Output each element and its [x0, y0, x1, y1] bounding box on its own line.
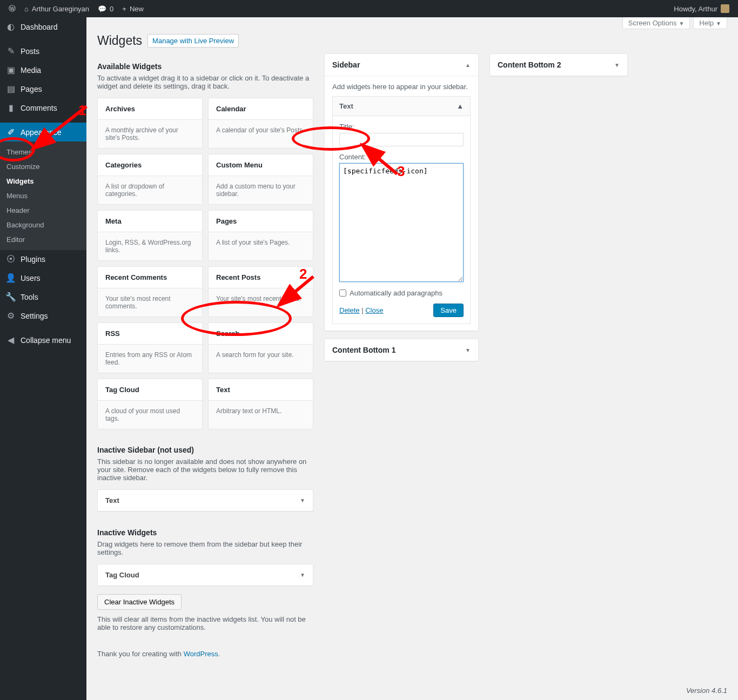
chevron-down-icon: ▼	[300, 497, 305, 503]
screen-options-button[interactable]: Screen Options▼	[622, 17, 690, 29]
submenu-background[interactable]: Background	[0, 218, 86, 232]
user-icon: 👤	[5, 273, 16, 283]
widget-name: Categories	[98, 154, 202, 176]
dashboard-icon: ◐	[5, 22, 16, 32]
auto-paragraphs-checkbox[interactable]	[339, 290, 346, 297]
wordpress-link[interactable]: WordPress	[184, 650, 218, 658]
sidebar-panel-desc: Add widgets here to appear in your sideb…	[332, 83, 468, 91]
menu-media[interactable]: ▣Media	[0, 60, 86, 79]
footer: Thank you for creating with WordPress.	[97, 639, 313, 658]
submenu-themes[interactable]: Themes	[0, 145, 86, 159]
comment-icon: ▮	[5, 103, 16, 113]
page-title: Widgets	[97, 33, 142, 48]
inactive-sidebar-heading: Inactive Sidebar (not used)	[97, 446, 313, 454]
appearance-submenu: Themes Customize Widgets Menus Header Ba…	[0, 142, 86, 250]
account-link[interactable]: Howdy, Arthur	[669, 0, 734, 17]
widget-desc: Your site's most recent comments.	[98, 288, 202, 317]
menu-plugins[interactable]: ⦿Plugins	[0, 250, 86, 268]
pin-icon: ✎	[5, 46, 16, 56]
content-textarea[interactable]	[339, 163, 464, 282]
plus-icon: +	[122, 5, 126, 13]
content-label: Content:	[339, 153, 464, 161]
widget-card[interactable]: MetaLogin, RSS, & WordPress.org links.	[97, 210, 203, 261]
widget-card[interactable]: SearchA search form for your site.	[208, 322, 313, 373]
content-bottom-2-head[interactable]: Content Bottom 2 ▼	[490, 54, 627, 76]
widget-desc: A search form for your site.	[209, 345, 313, 365]
available-widgets-desc: To activate a widget drag it to a sideba…	[97, 74, 313, 90]
close-link[interactable]: Close	[365, 306, 383, 314]
chevron-down-icon: ▼	[300, 572, 305, 578]
wp-logo[interactable]: Ⓦ	[4, 0, 20, 17]
submenu-editor[interactable]: Editor	[0, 232, 86, 247]
title-label: Title:	[339, 123, 464, 131]
save-button[interactable]: Save	[433, 304, 464, 317]
menu-users[interactable]: 👤Users	[0, 268, 86, 287]
live-preview-button[interactable]: Manage with Live Preview	[147, 34, 239, 48]
sidebar-panel: Sidebar ▲ Add widgets here to appear in …	[324, 53, 479, 331]
menu-appearance[interactable]: ✐Appearance	[0, 123, 86, 142]
submenu-widgets[interactable]: Widgets	[0, 174, 86, 189]
widget-name: Search	[209, 323, 313, 345]
widget-card[interactable]: ArchivesA monthly archive of your site's…	[97, 98, 203, 149]
widget-card[interactable]: Recent CommentsYour site's most recent c…	[97, 266, 203, 317]
admin-sidebar: ◐Dashboard ✎Posts ▣Media ▤Pages ▮Comment…	[0, 17, 86, 700]
menu-dashboard[interactable]: ◐Dashboard	[0, 17, 86, 36]
widget-desc: Entries from any RSS or Atom feed.	[98, 345, 202, 373]
widgets-grid: ArchivesA monthly archive of your site's…	[97, 98, 313, 429]
help-button[interactable]: Help▼	[693, 17, 727, 29]
submenu-customize[interactable]: Customize	[0, 159, 86, 174]
widget-desc: A monthly archive of your site's Posts.	[98, 120, 202, 148]
howdy-text: Howdy, Arthur	[674, 5, 717, 13]
widget-name: Text	[209, 379, 313, 401]
chevron-up-icon: ▲	[465, 62, 471, 68]
comment-icon: 💬	[98, 5, 106, 13]
submenu-header[interactable]: Header	[0, 203, 86, 218]
brush-icon: ✐	[5, 127, 16, 137]
title-input[interactable]	[339, 133, 464, 146]
menu-pages[interactable]: ▤Pages	[0, 79, 86, 98]
widget-card[interactable]: TextArbitrary text or HTML.	[208, 379, 313, 429]
submenu-menus[interactable]: Menus	[0, 189, 86, 203]
menu-comments[interactable]: ▮Comments	[0, 98, 86, 117]
widget-card[interactable]: RSSEntries from any RSS or Atom feed.	[97, 322, 203, 373]
new-link[interactable]: +New	[118, 0, 148, 17]
menu-collapse[interactable]: ◀Collapse menu	[0, 331, 86, 349]
text-widget: Text ▲ Title: Content: Automatical	[332, 96, 471, 324]
widget-card[interactable]: PagesA list of your site's Pages.	[208, 210, 313, 261]
chevron-up-icon: ▲	[457, 102, 464, 110]
comments-count: 0	[110, 5, 113, 13]
main-content: Screen Options▼ Help▼ Widgets Manage wit…	[86, 17, 738, 700]
site-link[interactable]: ⌂Arthur Gareginyan	[20, 0, 93, 17]
widget-card[interactable]: Tag CloudA cloud of your most used tags.	[97, 379, 203, 429]
widget-card[interactable]: Recent PostsYour site's most recent Post…	[208, 266, 313, 317]
admin-toolbar: Ⓦ ⌂Arthur Gareginyan 💬0 +New Howdy, Arth…	[0, 0, 738, 17]
menu-tools[interactable]: 🔧Tools	[0, 287, 86, 306]
inactive-widgets-desc: Drag widgets here to remove them from th…	[97, 540, 313, 556]
content-bottom-1-head[interactable]: Content Bottom 1 ▼	[325, 339, 478, 361]
sliders-icon: ⚙	[5, 311, 16, 321]
widget-card[interactable]: Custom MenuAdd a custom menu to your sid…	[208, 154, 313, 205]
clear-inactive-button[interactable]: Clear Inactive Widgets	[97, 594, 182, 610]
chevron-down-icon: ▼	[614, 62, 620, 68]
chevron-down-icon: ▼	[465, 347, 471, 353]
text-widget-head[interactable]: Text ▲	[333, 97, 470, 116]
comments-link[interactable]: 💬0	[93, 0, 118, 17]
widget-name: Tag Cloud	[98, 379, 202, 401]
widget-name: RSS	[98, 323, 202, 345]
menu-settings[interactable]: ⚙Settings	[0, 306, 86, 325]
inactive-sidebar-widget[interactable]: Text ▼	[97, 489, 313, 512]
widget-name: Pages	[209, 211, 313, 232]
sidebar-panel-head[interactable]: Sidebar ▲	[325, 54, 478, 76]
delete-link[interactable]: Delete	[339, 306, 360, 314]
widget-card[interactable]: CalendarA calendar of your site's Posts.	[208, 98, 313, 149]
media-icon: ▣	[5, 65, 16, 75]
site-name: Arthur Gareginyan	[32, 5, 89, 13]
widget-card[interactable]: CategoriesA list or dropdown of categori…	[97, 154, 203, 205]
menu-posts[interactable]: ✎Posts	[0, 42, 86, 60]
page-icon: ▤	[5, 84, 16, 94]
inactive-widget-tagcloud[interactable]: Tag Cloud ▼	[97, 564, 313, 587]
widget-desc: Login, RSS, & WordPress.org links.	[98, 232, 202, 260]
chevron-down-icon: ▼	[716, 21, 721, 26]
available-widgets-heading: Available Widgets	[97, 62, 313, 71]
home-icon: ⌂	[24, 5, 29, 13]
